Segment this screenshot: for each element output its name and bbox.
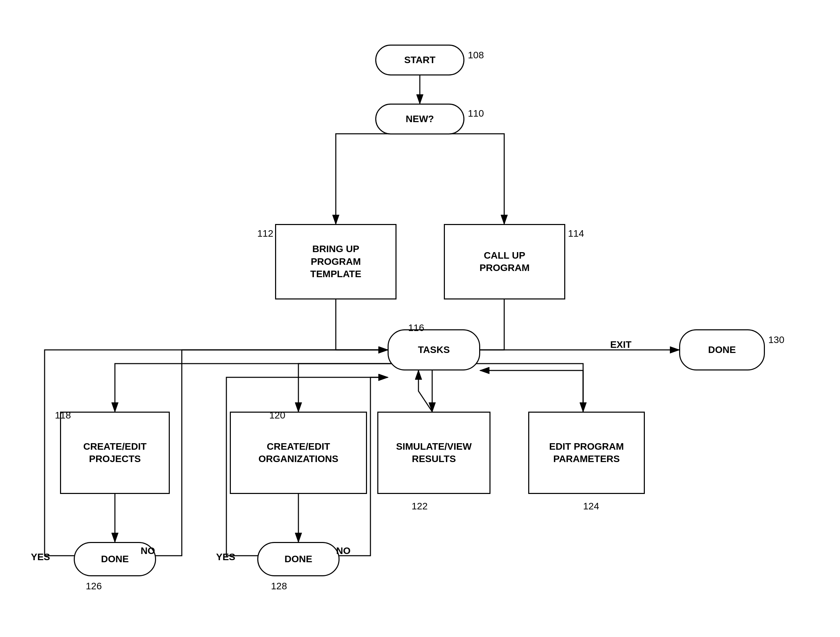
bring-up-ref: 112 bbox=[257, 228, 273, 239]
create-edit-orgs-node: CREATE/EDIT ORGANIZATIONS bbox=[230, 412, 367, 494]
start-ref: 108 bbox=[468, 50, 484, 61]
edit-params-ref: 124 bbox=[583, 501, 599, 512]
create-edit-orgs-ref: 120 bbox=[269, 410, 285, 421]
done-projects-label: DONE bbox=[101, 553, 129, 565]
yes-projects-label: YES bbox=[31, 552, 50, 563]
simulate-label: SIMULATE/VIEW RESULTS bbox=[396, 441, 472, 465]
edit-params-node: EDIT PROGRAM PARAMETERS bbox=[528, 412, 645, 494]
bring-up-node: BRING UP PROGRAM TEMPLATE bbox=[275, 224, 396, 299]
done-orgs-label: DONE bbox=[285, 553, 313, 565]
simulate-ref: 122 bbox=[412, 501, 428, 512]
simulate-node: SIMULATE/VIEW RESULTS bbox=[377, 412, 491, 494]
call-up-node: CALL UP PROGRAM bbox=[444, 224, 565, 299]
bring-up-label: BRING UP PROGRAM TEMPLATE bbox=[310, 243, 362, 280]
done-exit-ref: 130 bbox=[768, 334, 785, 345]
yes-orgs-label: YES bbox=[216, 552, 235, 563]
new-node: NEW? bbox=[375, 104, 464, 134]
start-node: START bbox=[375, 44, 464, 76]
tasks-ref: 116 bbox=[408, 322, 424, 334]
exit-label: EXIT bbox=[600, 338, 641, 352]
create-edit-orgs-label: CREATE/EDIT ORGANIZATIONS bbox=[259, 441, 338, 465]
create-edit-projects-label: CREATE/EDIT PROJECTS bbox=[83, 441, 147, 465]
tasks-label: TASKS bbox=[418, 344, 450, 356]
done-orgs-ref: 128 bbox=[271, 581, 287, 592]
create-edit-projects-ref: 118 bbox=[55, 410, 71, 421]
call-up-ref: 114 bbox=[568, 228, 584, 239]
no-projects-label: NO bbox=[141, 545, 155, 556]
no-orgs-label: NO bbox=[336, 545, 351, 556]
new-label: NEW? bbox=[406, 113, 434, 125]
call-up-label: CALL UP PROGRAM bbox=[480, 250, 530, 274]
tasks-node: TASKS bbox=[388, 329, 480, 370]
done-orgs-node: DONE bbox=[257, 542, 339, 576]
done-exit-label: DONE bbox=[708, 344, 736, 356]
flowchart-diagram: START 108 NEW? 110 BRING UP PROGRAM TEMP… bbox=[0, 0, 840, 637]
done-exit-node: DONE bbox=[679, 329, 765, 370]
start-label: START bbox=[404, 54, 435, 66]
done-projects-ref: 126 bbox=[86, 581, 102, 592]
edit-params-label: EDIT PROGRAM PARAMETERS bbox=[549, 441, 624, 465]
new-ref: 110 bbox=[468, 108, 484, 119]
create-edit-projects-node: CREATE/EDIT PROJECTS bbox=[60, 412, 170, 494]
arrows-layer bbox=[0, 0, 840, 637]
